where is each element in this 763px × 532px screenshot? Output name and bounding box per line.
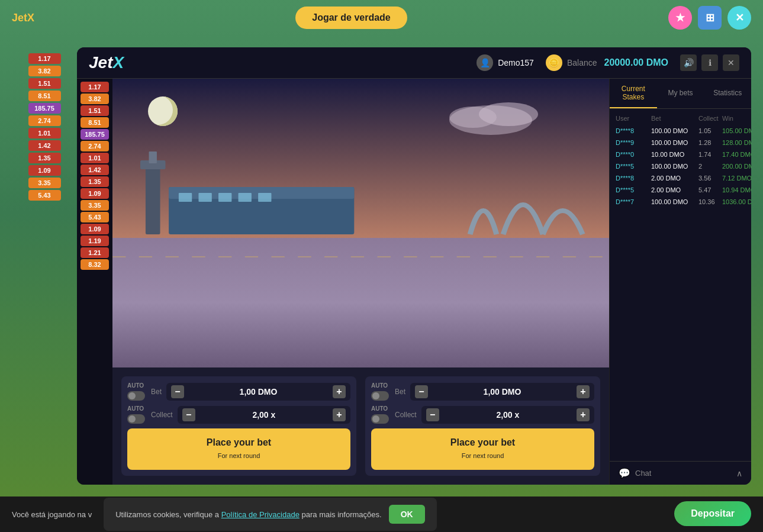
multiplier-badge: 8.32 <box>81 259 109 270</box>
table-row: D****0 10.00 DMO 1.74 17.40 DMO <box>613 149 748 160</box>
close-icon-button[interactable]: ✕ <box>727 6 751 30</box>
auto-collect-toggle-1: AUTO <box>127 405 145 424</box>
multiplier-badge: 1.19 <box>81 236 109 246</box>
collect-input-group-2: − 2,00 x + <box>421 406 594 424</box>
auto-toggle-1: AUTO <box>127 382 145 401</box>
stakes-user: D****9 <box>616 139 651 146</box>
bet-label-2: Bet <box>395 388 405 396</box>
bet-minus-1[interactable]: − <box>171 385 184 398</box>
stakes-header: User Bet Collect Win <box>613 112 748 125</box>
place-bet-main-1: Place your bet <box>207 437 271 447</box>
chat-icon: 💬 <box>619 467 630 479</box>
stakes-bet: 2.00 DMO <box>651 175 698 182</box>
stakes-bet: 100.00 DMO <box>651 163 698 170</box>
stakes-user: D****8 <box>616 175 651 182</box>
coin-icon: 🪙 <box>546 54 562 71</box>
multiplier-badge: 185.75 <box>81 129 109 140</box>
multiplier-badge: 1.17 <box>81 82 109 92</box>
bet-input-group-1: − 1,00 DMO + <box>166 383 350 401</box>
game-window: JetX 👤 Demo157 🪙 Balance 20000.00 DMO 🔊 … <box>77 47 751 485</box>
left-multiplier-badge: 1.51 <box>28 78 61 89</box>
table-row: D****5 100.00 DMO 2 200.00 DMO <box>613 160 748 172</box>
place-bet-button-2[interactable]: Place your bet For next round <box>371 428 594 470</box>
multiplier-badge: 1.09 <box>81 188 109 199</box>
stakes-collect: 3.56 <box>698 175 722 182</box>
star-icon-button[interactable]: ★ <box>668 6 692 30</box>
cookie-popup: Utilizamos cookies, verifique a Política… <box>104 498 436 531</box>
balance-amount: 20000.00 DMO <box>604 57 668 68</box>
clouds <box>432 91 550 138</box>
multiplier-badge: 2.74 <box>81 141 109 151</box>
app-logo: JetX <box>12 12 34 24</box>
depositar-button[interactable]: Depositar <box>674 501 751 526</box>
bet-minus-2[interactable]: − <box>415 385 428 398</box>
auto-collect-label-1: AUTO <box>127 405 144 412</box>
playing-text: Você está jogando na v <box>12 510 92 519</box>
bet-value-2: 1,00 DMO <box>432 387 573 396</box>
multiplier-badge: 1.42 <box>81 165 109 175</box>
stakes-bet: 100.00 DMO <box>651 139 698 146</box>
table-row: D****9 100.00 DMO 1.28 128.00 DMO <box>613 137 748 149</box>
auto-collect-toggle-2: AUTO <box>371 405 389 424</box>
square-icon-button[interactable]: ⊞ <box>698 6 722 30</box>
info-button[interactable]: ℹ <box>701 54 718 71</box>
auto-switch-1[interactable] <box>127 391 145 401</box>
left-multiplier-badge: 185.75 <box>28 103 61 114</box>
svg-rect-6 <box>198 193 211 202</box>
collect-value-1: 2,00 x <box>199 410 329 420</box>
table-row: D****7 100.00 DMO 10.36 1036.00 DMO <box>613 196 748 208</box>
play-real-button[interactable]: Jogar de verdade <box>295 7 407 29</box>
balance-info: 🪙 Balance 20000.00 DMO <box>546 54 668 71</box>
bet-label-1: Bet <box>151 388 162 396</box>
sound-button[interactable]: 🔊 <box>680 54 697 71</box>
svg-rect-9 <box>258 193 271 202</box>
airport-scene <box>112 140 609 258</box>
tab-my-bets[interactable]: My bets <box>657 79 704 108</box>
collect-minus-1[interactable]: − <box>182 408 195 421</box>
table-row: D****8 100.00 DMO 1.05 105.00 DMO <box>613 125 748 137</box>
stakes-win: 7.12 DMO <box>722 175 751 182</box>
bet-plus-1[interactable]: + <box>333 385 346 398</box>
place-bet-main-2: Place your bet <box>450 437 515 447</box>
tab-current-stakes[interactable]: Current Stakes <box>610 79 657 108</box>
cookie-text-before: Utilizamos cookies, verifique a <box>115 510 219 519</box>
auto-toggle-2: AUTO <box>371 382 389 401</box>
right-tabs: Current Stakes My bets Statistics <box>610 79 751 109</box>
table-row: D****5 2.00 DMO 5.47 10.94 DMO <box>613 184 748 196</box>
tab-statistics[interactable]: Statistics <box>704 79 751 108</box>
privacy-policy-link[interactable]: Política de Privacidade <box>221 510 300 519</box>
stakes-win: 10.94 DMO <box>722 186 751 194</box>
collect-plus-1[interactable]: + <box>333 408 346 421</box>
auto-label-1: AUTO <box>127 382 144 389</box>
collect-row-1: AUTO Collect − 2,00 x + <box>127 405 350 424</box>
right-panel: Current Stakes My bets Statistics User B… <box>609 79 751 485</box>
svg-rect-0 <box>146 163 160 234</box>
window-close-button[interactable]: ✕ <box>723 54 739 71</box>
col-collect: Collect <box>698 115 722 122</box>
bet-value-1: 1,00 DMO <box>188 387 329 396</box>
auto-switch-2[interactable] <box>371 391 389 401</box>
stakes-bet: 2.00 DMO <box>651 186 698 194</box>
chat-expand-icon[interactable]: ∧ <box>736 469 742 478</box>
collect-plus-2[interactable]: + <box>577 408 590 421</box>
stakes-user: D****5 <box>616 163 651 170</box>
stakes-collect: 1.28 <box>698 139 722 146</box>
top-bar: JetX Jogar de verdade ★ ⊞ ✕ <box>0 0 763 36</box>
user-info: 👤 Demo157 <box>477 54 534 71</box>
auto-collect-switch-1[interactable] <box>127 414 145 424</box>
stakes-bet: 100.00 DMO <box>651 127 698 134</box>
multiplier-badge: 3.35 <box>81 200 109 211</box>
stakes-win: 1036.00 DMO <box>722 198 751 205</box>
left-multiplier-badge: 1.01 <box>28 128 61 138</box>
bet-plus-2[interactable]: + <box>577 385 590 398</box>
cookie-ok-button[interactable]: OK <box>389 505 425 524</box>
user-avatar: 👤 <box>477 54 493 71</box>
chat-label: Chat <box>635 469 732 478</box>
collect-minus-2[interactable]: − <box>426 408 439 421</box>
left-multiplier-badge: 1.42 <box>28 140 61 151</box>
place-bet-button-1[interactable]: Place your bet For next round <box>127 428 350 470</box>
auto-collect-switch-2[interactable] <box>371 414 389 424</box>
stakes-bet: 10.00 DMO <box>651 151 698 158</box>
stakes-user: D****8 <box>616 127 651 134</box>
left-multiplier-badge: 5.43 <box>28 190 61 201</box>
